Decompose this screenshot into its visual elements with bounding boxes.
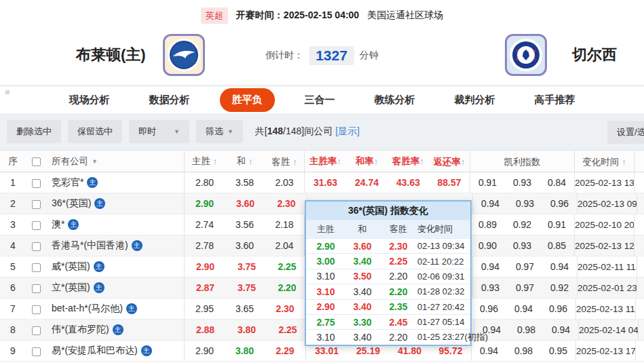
tab-高手推荐[interactable]: 高手推荐: [525, 89, 585, 111]
header-return-rate[interactable]: 返还率↑: [429, 151, 470, 172]
home-badge-icon: 主: [87, 177, 98, 188]
header-home-rate[interactable]: 主胜率↑: [305, 155, 346, 168]
home-badge-icon: 主: [113, 324, 124, 335]
company-cell[interactable]: bet-at-h*(马尔他)主: [46, 299, 185, 319]
kelly-1: 0.93: [473, 282, 508, 293]
kelly-3: 0.84: [539, 172, 575, 193]
company-name: 澳*: [52, 218, 64, 231]
company-name: 立*(英国): [52, 282, 90, 294]
tab-胜平负[interactable]: 胜平负: [220, 88, 275, 112]
popup-row: 2.903.602.3002-13 09:34: [306, 238, 470, 253]
keep-selected-button[interactable]: 保留选中: [68, 120, 122, 143]
company-name: 香港马*(中国香港): [52, 240, 128, 252]
home-badge-icon: 主: [94, 261, 105, 272]
company-name: 威*(英国): [52, 261, 90, 273]
tab-数据分析[interactable]: 数据分析: [140, 89, 200, 111]
kelly-1: 0.94: [472, 345, 506, 356]
change-time: 2025-02-13 13:55: [575, 172, 634, 193]
row-checkbox[interactable]: [32, 284, 41, 293]
tab-三合一[interactable]: 三合一: [295, 89, 345, 111]
home-odds: 2.80: [185, 177, 225, 188]
extra-column-cell: [634, 235, 644, 256]
company-cell[interactable]: 伟*(直布罗陀)主: [46, 320, 185, 340]
kelly-1: 0.94: [473, 261, 508, 272]
popup-home-odds: 2.90: [306, 301, 345, 312]
popup-home-odds: 3.10: [306, 332, 345, 343]
mode-dropdown[interactable]: 即时▼: [129, 120, 189, 143]
extra-column-cell: [634, 172, 644, 193]
row-checkbox[interactable]: [32, 263, 41, 272]
draw-odds: 3.60: [225, 198, 266, 209]
tab-现场分析[interactable]: 现场分析: [60, 89, 119, 111]
kelly-3: 0.94: [544, 320, 579, 340]
row-checkbox[interactable]: [32, 305, 41, 314]
row-checkbox-cell: [26, 219, 46, 230]
company-cell[interactable]: 36*(英国)主: [46, 193, 185, 214]
row-index: 3: [0, 219, 26, 230]
table-header: 序 所有公司▼ 主胜 ↑ 和 ↑ 客胜 ↑ 主胜率↑ 和率↑ 客胜率↑ 返还率↑…: [0, 150, 644, 172]
company-count: 共[148/148]间公司 [显示]: [255, 126, 360, 138]
header-draw-rate[interactable]: 和率↑: [346, 155, 387, 168]
company-cell[interactable]: 易*(安提瓜和巴布达)主: [46, 341, 185, 361]
kelly-2: 0.97: [508, 282, 542, 293]
header-draw-odds[interactable]: 和 ↑: [225, 155, 265, 168]
popup-change-time: 01-25 23:27(初指): [417, 331, 470, 343]
popup-row: 3.103.402.2001-28 02:32: [306, 284, 470, 299]
home-rate: 31.63: [305, 177, 346, 188]
company-cell[interactable]: 威*(英国)主: [46, 256, 185, 277]
home-odds: 2.78: [185, 240, 225, 251]
header-away-rate[interactable]: 客胜率↑: [387, 155, 429, 168]
kelly-2: 0.93: [505, 240, 539, 251]
row-checkbox[interactable]: [32, 200, 41, 209]
row-checkbox[interactable]: [32, 221, 41, 230]
row-checkbox[interactable]: [32, 326, 41, 335]
company-cell[interactable]: 香港马*(中国香港)主: [46, 235, 185, 256]
header-home-odds[interactable]: 主胜 ↑: [185, 155, 225, 168]
analysis-tabs: 现场分析数据分析胜平负三合一教练分析裁判分析高手推荐: [0, 85, 644, 113]
kelly-1: 0.96: [472, 303, 506, 314]
header-company[interactable]: 所有公司▼: [46, 151, 185, 172]
delete-selected-button[interactable]: 删除选中: [7, 120, 61, 143]
sort-up-icon: ↑: [337, 156, 342, 166]
popup-draw-odds: 3.40: [345, 256, 379, 267]
header-change-time[interactable]: 变化时间 ↑: [575, 151, 634, 172]
tab-教练分析[interactable]: 教练分析: [365, 89, 425, 111]
row-index: 2: [0, 198, 26, 209]
popup-draw-odds: 3.50: [345, 271, 379, 282]
home-odds: 2.95: [185, 303, 225, 314]
company-cell[interactable]: 竞彩官*主: [46, 172, 185, 193]
away-odds: 2.30: [265, 299, 306, 319]
table-row[interactable]: 1竞彩官*主2.803.582.0331.6324.7443.6388.570.…: [0, 172, 644, 193]
draw-odds: 3.60: [225, 240, 265, 251]
filter-dropdown[interactable]: 筛选▼: [196, 120, 243, 143]
popup-home-odds: 2.75: [306, 317, 345, 328]
draw-odds: 3.80: [225, 345, 265, 356]
header-away-odds[interactable]: 客胜 ↑: [265, 151, 305, 172]
kelly-2: 0.98: [509, 324, 544, 335]
popup-title: 36*(英国) 指数变化: [306, 202, 470, 220]
select-all-checkbox[interactable]: [32, 157, 41, 166]
home-odds: 2.90: [185, 198, 225, 209]
away-rate: 41.80: [389, 345, 430, 356]
change-time: 2025-02-13 11:53: [576, 299, 636, 319]
extra-column-cell: [636, 341, 644, 361]
company-name: 易*(安提瓜和巴布达): [52, 345, 138, 357]
header-seq: 序: [0, 155, 26, 168]
draw-odds: 3.58: [225, 177, 265, 188]
row-checkbox[interactable]: [32, 242, 41, 251]
tab-裁判分析[interactable]: 裁判分析: [445, 89, 505, 111]
popup-header: 主胜和客胜变化时间: [306, 220, 470, 238]
company-cell[interactable]: 立*(英国)主: [46, 278, 185, 298]
company-name: 伟*(直布罗陀): [52, 324, 109, 336]
company-cell[interactable]: 澳*主: [46, 214, 185, 235]
home-badge-icon: 主: [141, 345, 152, 356]
settings-select-button[interactable]: 设置/选择: [607, 121, 644, 144]
row-index: 8: [0, 324, 26, 335]
row-checkbox[interactable]: [32, 179, 41, 188]
popup-change-time: 02-11 20:22: [417, 256, 470, 267]
popup-home-odds: 3.10: [306, 271, 345, 282]
change-time: 2025-02-11 11:21: [577, 256, 637, 277]
row-checkbox[interactable]: [32, 347, 41, 356]
show-link[interactable]: [显示]: [335, 126, 360, 136]
kelly-3: 0.85: [539, 235, 575, 256]
